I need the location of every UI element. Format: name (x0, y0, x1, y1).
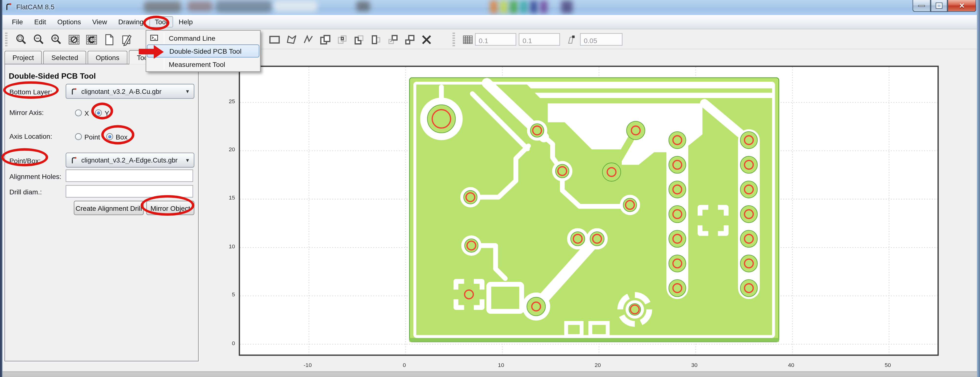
menu-item-label: Double-Sided PCB Tool (169, 47, 241, 55)
geo-editor-icon (120, 33, 133, 46)
y-tick-label: 5 (214, 291, 235, 298)
plot-area[interactable]: -10010203040500510152025 (206, 50, 980, 372)
menu-item-measurement-tool[interactable]: Measurement Tool (147, 58, 259, 71)
maximize-icon (936, 3, 942, 8)
zoom-fit-button[interactable] (14, 33, 29, 46)
grid-y-input[interactable] (519, 33, 560, 46)
grid-toggle-button[interactable] (460, 33, 475, 46)
color-palette-blob (561, 1, 573, 13)
chevron-down-icon: ▼ (185, 157, 190, 163)
menu-file[interactable]: File (6, 16, 29, 27)
paste-icon (403, 33, 416, 46)
x-tick-label: 0 (395, 362, 414, 368)
intersection-button[interactable] (334, 33, 349, 46)
tool-panel-title: Double-Sided PCB Tool (9, 72, 96, 81)
desktop-glass-blob (188, 1, 212, 11)
mirror-axis-label: Mirror Axis: (9, 109, 44, 117)
maximize-button[interactable] (931, 0, 947, 12)
drill-diam-label: Drill diam.: (9, 188, 42, 196)
y-tick-label: 0 (214, 340, 235, 346)
menu-options[interactable]: Options (52, 16, 87, 27)
menu-edit[interactable]: Edit (29, 16, 52, 27)
tab-selected[interactable]: Selected (43, 51, 86, 64)
tab-options[interactable]: Options (88, 51, 127, 64)
x-tick-label: -10 (298, 362, 317, 368)
toolbar-drag-handle[interactable] (5, 33, 7, 46)
annotation-circle-y-radio (91, 102, 113, 119)
radio-x[interactable] (75, 110, 82, 117)
close-button[interactable]: ✕ (947, 0, 976, 12)
menu-item-label: Command Line (169, 34, 215, 42)
annotation-circle-bottom-layer (3, 81, 59, 99)
annotation-circle-mirror-object (141, 195, 194, 216)
color-palette-blob (540, 1, 547, 13)
menu-item-label: Measurement Tool (169, 60, 225, 68)
minimize-icon (918, 5, 925, 6)
menu-view[interactable]: View (87, 16, 113, 27)
window-border (977, 0, 980, 377)
copy-button[interactable] (385, 33, 400, 46)
flatcam-window: FlatCAM 8.5 ✕ FileEditOptionsViewDrawing… (0, 0, 980, 377)
bottom-layer-select[interactable]: clignotant_v3.2_A-B.Cu.gbr ▼ (66, 84, 194, 99)
intersection-icon (336, 33, 348, 46)
color-palette-blob (490, 1, 498, 13)
cut-path-icon (369, 33, 382, 46)
minimize-button[interactable] (912, 0, 931, 12)
tab-project[interactable]: Project (5, 51, 42, 64)
polygon-button[interactable] (284, 33, 299, 46)
zoom-out-icon (32, 33, 45, 46)
annotation-arrow-head (154, 45, 164, 59)
zoom-fit-icon (15, 33, 28, 46)
status-bar (0, 371, 980, 377)
replot-button[interactable] (84, 33, 99, 46)
x-tick-label: 10 (492, 362, 511, 368)
menu-help[interactable]: Help (173, 16, 199, 27)
window-controls: ✕ (912, 0, 976, 12)
rectangle-icon (268, 33, 281, 46)
x-tick-label: 30 (685, 362, 704, 368)
delete-icon (420, 33, 433, 46)
desktop-glass-blob (216, 1, 272, 13)
grid-x-input[interactable] (475, 33, 516, 46)
desktop-glass-blob (274, 1, 318, 12)
left-panel-tabs: ProjectSelectedOptionsTool (5, 51, 159, 64)
path-button[interactable] (301, 33, 315, 46)
point-box-value: clignotant_v3.2_A-Edge.Cuts.gbr (81, 157, 183, 164)
zoom-out-button[interactable] (31, 33, 46, 46)
clear-plot-icon (67, 33, 80, 46)
zoom-in-button[interactable] (49, 33, 64, 46)
create-alignment-drill-button[interactable]: Create Alignment Drill (74, 201, 144, 215)
pcb-plot (240, 67, 938, 355)
radio-label-x: X (84, 109, 89, 117)
subtract-button[interactable] (351, 33, 366, 46)
y-tick-label: 15 (214, 195, 235, 201)
new-project-button[interactable] (101, 33, 116, 46)
paste-button[interactable] (402, 33, 417, 46)
cut-path-button[interactable] (368, 33, 383, 46)
window-border (0, 0, 2, 377)
rectangle-button[interactable] (267, 33, 282, 46)
geo-editor-button[interactable] (119, 33, 134, 46)
window-title: FlatCAM 8.5 (16, 3, 54, 11)
zoom-in-icon (50, 33, 63, 46)
point-box-select[interactable]: clignotant_v3.2_A-Edge.Cuts.gbr ▼ (66, 152, 194, 168)
alignment-holes-input[interactable] (66, 169, 193, 182)
plot-canvas[interactable] (239, 66, 939, 356)
color-palette-blob (530, 1, 538, 13)
radio-label-point: Point (84, 133, 100, 141)
clear-plot-button[interactable] (66, 33, 81, 46)
desktop-glass-blob (356, 1, 370, 11)
y-tick-label: 10 (214, 243, 235, 249)
union-button[interactable] (318, 33, 332, 46)
annotation-circle-point-box (1, 148, 48, 166)
delete-button[interactable] (419, 33, 434, 46)
toolbar-drag-handle[interactable] (452, 33, 455, 46)
snap-max-input[interactable] (580, 33, 622, 46)
replot-icon (85, 33, 98, 46)
radio-point[interactable] (75, 133, 82, 140)
alignment-holes-label: Alignment Holes: (9, 173, 61, 180)
gerber-object-icon (70, 87, 78, 95)
desktop-glass-blob (144, 1, 181, 13)
menu-item-command-line[interactable]: Command Line (147, 31, 259, 45)
title-bar[interactable]: FlatCAM 8.5 ✕ (0, 0, 980, 15)
